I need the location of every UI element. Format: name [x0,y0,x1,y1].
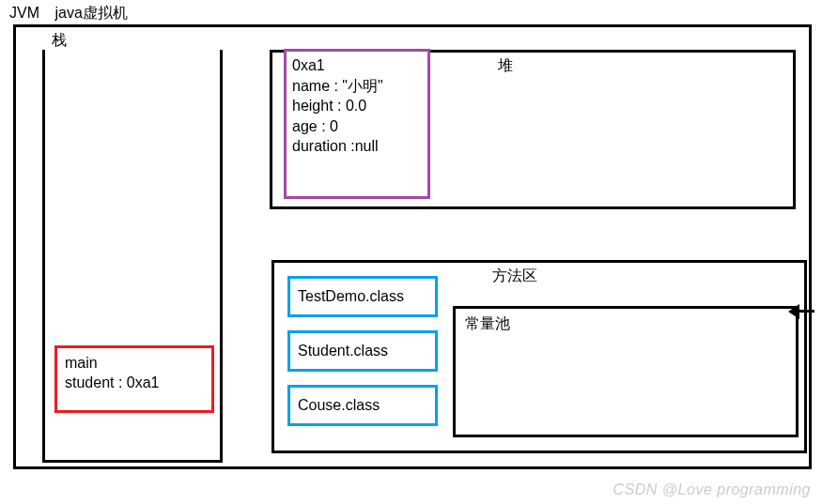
main-line1: main [65,354,204,374]
constant-pool: 常量池 [453,306,799,437]
main-line2: student : 0xa1 [65,374,204,393]
diagram-title: JVM java虚拟机 [9,4,128,23]
obj-name: name : "小明" [292,76,422,97]
obj-addr: 0xa1 [292,55,422,76]
class-file-3-label: Couse.class [298,397,380,414]
class-file-1: TestDemo.class [287,276,438,317]
obj-duration: duration :null [292,136,422,157]
watermark: CSDN @Love programming [613,481,811,498]
title-jvm: JVM [9,5,39,22]
method-area-label: 方法区 [492,267,537,286]
stack-label: 栈 [52,31,67,51]
title-cn: java虚拟机 [54,4,127,23]
method-area: 方法区 TestDemo.class Student.class Couse.c… [271,260,807,453]
heap-label: 堆 [498,56,513,76]
class-file-3: Couse.class [287,385,438,426]
obj-age: age : 0 [292,116,422,137]
arrow-icon [788,301,816,320]
class-file-1-label: TestDemo.class [298,288,404,305]
obj-height: height : 0.0 [292,96,422,116]
stack-area: main student : 0xa1 [42,50,223,463]
class-file-2-label: Student.class [298,343,388,359]
heap-object: 0xa1 name : "小明" height : 0.0 age : 0 du… [284,49,430,199]
class-file-2: Student.class [287,330,438,372]
jvm-outer-box: 栈 main student : 0xa1 堆 0xa1 name : "小明"… [13,24,812,469]
stack-frame-main: main student : 0xa1 [54,345,214,413]
constant-pool-label: 常量池 [465,315,510,331]
heap-area: 堆 0xa1 name : "小明" height : 0.0 age : 0 … [270,50,796,209]
